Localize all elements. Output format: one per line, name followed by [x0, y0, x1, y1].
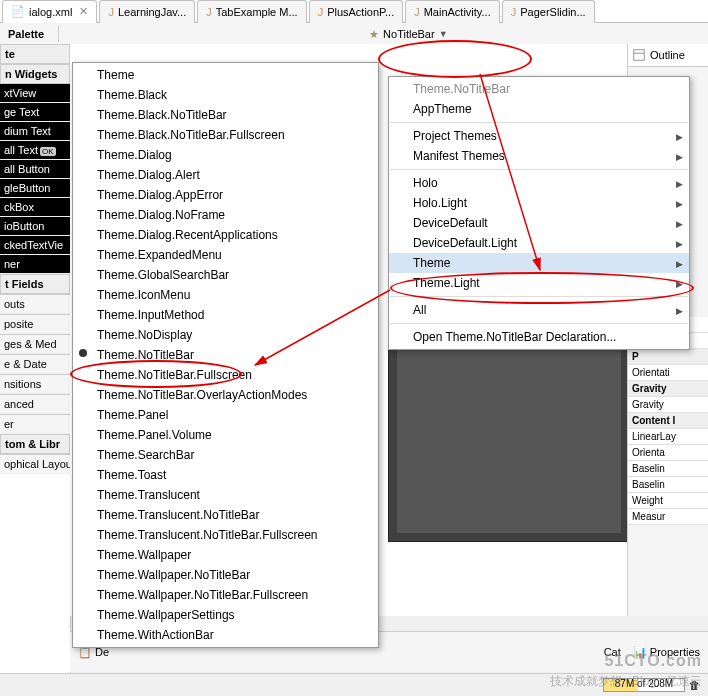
property-row[interactable]: Baselin — [628, 461, 708, 477]
menu-item[interactable]: All▶ — [389, 300, 689, 320]
property-row[interactable]: Orienta — [628, 445, 708, 461]
property-row[interactable]: Gravity — [628, 397, 708, 413]
palette-item[interactable]: er — [0, 414, 70, 434]
palette-item[interactable]: all Button — [0, 160, 70, 179]
theme-dropdown[interactable]: ★ NoTitleBar ▼ — [365, 27, 451, 42]
theme-option[interactable]: Theme.Black.NoTitleBar — [73, 105, 378, 125]
java-icon: J — [108, 6, 114, 18]
theme-option[interactable]: Theme.Black — [73, 85, 378, 105]
star-icon: ★ — [369, 28, 379, 41]
menu-item[interactable]: Open Theme.NoTitleBar Declaration... — [389, 327, 689, 347]
theme-option[interactable]: Theme.NoTitleBar — [73, 345, 378, 365]
menu-item[interactable]: DeviceDefault▶ — [389, 213, 689, 233]
palette-item[interactable]: ges & Med — [0, 334, 70, 354]
tab-dialog-xml[interactable]: 📄 ialog.xml ✕ — [2, 0, 97, 23]
theme-option[interactable]: Theme.SearchBar — [73, 445, 378, 465]
menu-item[interactable]: Holo▶ — [389, 173, 689, 193]
menu-item[interactable]: Holo.Light▶ — [389, 193, 689, 213]
submenu-arrow-icon: ▶ — [676, 179, 683, 189]
theme-option[interactable]: Theme.Translucent.NoTitleBar — [73, 505, 378, 525]
palette-item[interactable]: ophical Layou — [0, 454, 70, 474]
theme-option[interactable]: Theme.InputMethod — [73, 305, 378, 325]
theme-option[interactable]: Theme.WallpaperSettings — [73, 605, 378, 625]
theme-list-popup[interactable]: ThemeTheme.BlackTheme.Black.NoTitleBarTh… — [72, 62, 379, 648]
tab-mainactivity[interactable]: JMainActivity... — [405, 0, 500, 23]
submenu-arrow-icon: ▶ — [676, 239, 683, 249]
palette-item[interactable]: all TextOK — [0, 141, 70, 160]
palette-panel: ten WidgetsxtViewge Textdium Textall Tex… — [0, 44, 71, 696]
palette-item[interactable]: ckBox — [0, 198, 70, 217]
palette-item[interactable]: ge Text — [0, 103, 70, 122]
palette-item[interactable]: nsitions — [0, 374, 70, 394]
palette-item[interactable]: dium Text — [0, 122, 70, 141]
menu-item[interactable]: AppTheme — [389, 99, 689, 119]
property-row[interactable]: Content I — [628, 413, 708, 429]
palette-item[interactable]: tom & Libr — [0, 434, 70, 454]
device-preview[interactable] — [388, 330, 630, 542]
theme-option[interactable]: Theme.Dialog.NoFrame — [73, 205, 378, 225]
palette-item[interactable]: ckedTextVie — [0, 236, 70, 255]
palette-item[interactable]: ner — [0, 255, 70, 274]
palette-item[interactable]: n Widgets — [0, 64, 70, 84]
tab-label: MainActivity... — [424, 6, 491, 18]
palette-item[interactable]: gleButton — [0, 179, 70, 198]
theme-option[interactable]: Theme.Wallpaper — [73, 545, 378, 565]
theme-option[interactable]: Theme.NoTitleBar.Fullscreen — [73, 365, 378, 385]
menu-item[interactable]: Manifest Themes▶ — [389, 146, 689, 166]
close-icon[interactable]: ✕ — [79, 5, 88, 18]
theme-option[interactable]: Theme.NoTitleBar.OverlayActionModes — [73, 385, 378, 405]
menu-item[interactable]: Project Themes▶ — [389, 126, 689, 146]
toolbar-divider — [58, 26, 59, 42]
theme-context-menu[interactable]: Theme.NoTitleBarAppThemeProject Themes▶M… — [388, 76, 690, 350]
theme-option[interactable]: Theme.ExpandedMenu — [73, 245, 378, 265]
palette-item[interactable]: e & Date — [0, 354, 70, 374]
palette-item[interactable]: xtView — [0, 84, 70, 103]
palette-item[interactable]: ioButton — [0, 217, 70, 236]
theme-option[interactable]: Theme.Toast — [73, 465, 378, 485]
property-row[interactable]: Gravity — [628, 381, 708, 397]
palette-item[interactable]: outs — [0, 294, 70, 314]
submenu-arrow-icon: ▶ — [676, 219, 683, 229]
property-row[interactable]: Measur — [628, 509, 708, 525]
watermark: 51CTO.com — [604, 652, 702, 670]
palette-item[interactable]: posite — [0, 314, 70, 334]
theme-option[interactable]: Theme.Panel — [73, 405, 378, 425]
palette-item[interactable]: anced — [0, 394, 70, 414]
tab-learningjava[interactable]: JLearningJav... — [99, 0, 195, 23]
theme-option[interactable]: Theme.NoDisplay — [73, 325, 378, 345]
menu-item[interactable]: DeviceDefault.Light▶ — [389, 233, 689, 253]
theme-option[interactable]: Theme.WithActionBar — [73, 625, 378, 645]
theme-option[interactable]: Theme.GlobalSearchBar — [73, 265, 378, 285]
theme-option[interactable]: Theme.Wallpaper.NoTitleBar — [73, 565, 378, 585]
menu-item[interactable]: Theme▶ — [389, 253, 689, 273]
theme-option[interactable]: Theme.Panel.Volume — [73, 425, 378, 445]
submenu-arrow-icon: ▶ — [676, 199, 683, 209]
property-row[interactable]: Orientati — [628, 365, 708, 381]
theme-option[interactable]: Theme.Dialog.AppError — [73, 185, 378, 205]
tab-plusaction[interactable]: JPlusActionP... — [309, 0, 404, 23]
outline-header[interactable]: Outline — [628, 44, 708, 67]
palette-item[interactable]: t Fields — [0, 274, 70, 294]
property-row[interactable]: Weight — [628, 493, 708, 509]
layout-toolbar: Palette ★ NoTitleBar ▼ — [0, 23, 708, 46]
theme-option[interactable]: Theme.Wallpaper.NoTitleBar.Fullscreen — [73, 585, 378, 605]
theme-option[interactable]: Theme — [73, 65, 378, 85]
property-row[interactable]: Baselin — [628, 477, 708, 493]
theme-option[interactable]: Theme.IconMenu — [73, 285, 378, 305]
palette-item[interactable]: te — [0, 44, 70, 64]
tab-tabexample[interactable]: JTabExample M... — [197, 0, 306, 23]
submenu-arrow-icon: ▶ — [676, 306, 683, 316]
menu-item[interactable]: Theme.Light▶ — [389, 273, 689, 293]
tab-pagerslidin[interactable]: JPagerSlidin... — [502, 0, 595, 23]
theme-option[interactable]: Theme.Black.NoTitleBar.Fullscreen — [73, 125, 378, 145]
property-row[interactable]: LinearLay — [628, 429, 708, 445]
java-icon: J — [414, 6, 420, 18]
palette-label: Palette — [8, 28, 44, 40]
theme-option[interactable]: Theme.Dialog.Alert — [73, 165, 378, 185]
theme-option[interactable]: Theme.Translucent.NoTitleBar.Fullscreen — [73, 525, 378, 545]
theme-option[interactable]: Theme.Translucent — [73, 485, 378, 505]
theme-option[interactable]: Theme.Dialog.RecentApplications — [73, 225, 378, 245]
theme-option[interactable]: Theme.Dialog — [73, 145, 378, 165]
submenu-arrow-icon: ▶ — [676, 279, 683, 289]
property-row[interactable]: P — [628, 349, 708, 365]
